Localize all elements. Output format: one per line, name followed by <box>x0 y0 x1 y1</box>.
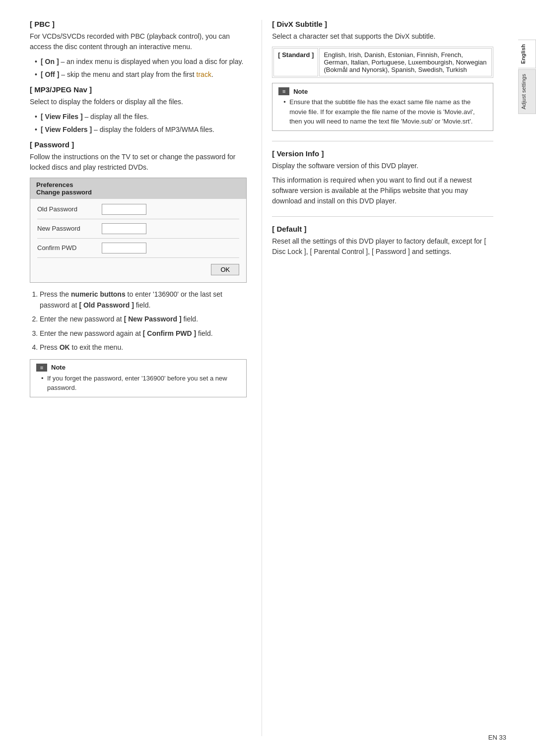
side-tab-english[interactable]: English <box>518 40 536 68</box>
confirm-pwd-input[interactable] <box>102 243 146 253</box>
ok-row: OK <box>37 262 239 277</box>
step-3: Enter the new password again at [ Confir… <box>40 328 247 339</box>
note-title: Note <box>51 364 66 371</box>
section-divx-subtitle: [ DivX Subtitle ] Select a character set… <box>272 20 493 131</box>
password-box-header: Preferences Change password <box>30 178 246 199</box>
divx-subtitle-title: [ DivX Subtitle ] <box>272 20 493 28</box>
bullet-item: [ View Files ] – display all the files. <box>35 111 247 122</box>
password-steps: Press the numeric buttons to enter '1369… <box>30 289 247 353</box>
divider-1 <box>272 141 493 141</box>
version-info-body2: This information is required when you wa… <box>272 175 493 206</box>
divx-note-header: ≡ Note <box>278 87 487 95</box>
confirm-pwd-label: Confirm PWD <box>37 244 102 252</box>
side-tab-adjust-settings[interactable]: Adjust settings <box>518 69 536 114</box>
pbc-bullets: [ On ] – an index menu is displayed when… <box>30 56 247 80</box>
main-content: [ PBC ] For VCDs/SVCDs recorded with PBC… <box>0 0 518 756</box>
note-bullet-item: If you forget the password, enter '13690… <box>41 374 240 393</box>
section-mp3-jpeg-nav: [ MP3/JPEG Nav ] Select to display the f… <box>30 85 247 135</box>
table-row: [ Standard ] English, Irish, Danish, Est… <box>273 48 492 76</box>
new-password-label: New Password <box>37 225 102 232</box>
right-column: [ DivX Subtitle ] Select a character set… <box>262 20 493 736</box>
mp3-jpeg-nav-body: Select to display the folders or display… <box>30 97 247 107</box>
standard-values: English, Irish, Danish, Estonian, Finnis… <box>319 48 492 76</box>
divx-subtitle-body: Select a character set that supports the… <box>272 31 493 42</box>
mp3-jpeg-nav-bullets: [ View Files ] – display all the files. … <box>30 111 247 135</box>
section-pbc: [ PBC ] For VCDs/SVCDs recorded with PBC… <box>30 20 247 80</box>
new-password-input[interactable] <box>102 223 146 234</box>
version-info-title: [ Version Info ] <box>272 149 493 158</box>
default-body: Reset all the settings of this DVD playe… <box>272 236 493 257</box>
section-default: [ Default ] Reset all the settings of th… <box>272 225 493 257</box>
old-password-label: Old Password <box>37 205 102 213</box>
divx-note-bullet-item: Ensure that the subtitle file has the ex… <box>283 97 487 126</box>
section-version-info: [ Version Info ] Display the software ve… <box>272 149 493 206</box>
note-icon: ≡ <box>36 364 47 372</box>
version-info-body1: Display the software version of this DVD… <box>272 161 493 171</box>
divx-note-bullets: Ensure that the subtitle file has the ex… <box>278 97 487 126</box>
divx-note-icon: ≡ <box>278 87 289 95</box>
divx-note-box: ≡ Note Ensure that the subtitle file has… <box>272 83 493 131</box>
divider-2 <box>272 216 493 217</box>
bullet-item: [ Off ] – skip the menu and start play f… <box>35 69 247 80</box>
side-tabs: English Adjust settings <box>518 40 536 114</box>
ok-button[interactable]: OK <box>211 264 239 275</box>
standard-table: [ Standard ] English, Irish, Danish, Est… <box>272 47 493 78</box>
password-note-box: ≡ Note If you forget the password, enter… <box>30 359 247 397</box>
password-title: [ Password ] <box>30 140 247 149</box>
mp3-jpeg-nav-title: [ MP3/JPEG Nav ] <box>30 85 247 94</box>
old-password-input[interactable] <box>102 204 146 215</box>
note-bullets: If you forget the password, enter '13690… <box>36 374 240 393</box>
confirm-pwd-row: Confirm PWD <box>37 243 239 258</box>
step-4: Press OK to exit the menu. <box>40 342 247 353</box>
standard-label: [ Standard ] <box>273 48 318 76</box>
pbc-title: [ PBC ] <box>30 20 247 28</box>
divx-note-title: Note <box>293 88 308 95</box>
old-password-row: Old Password <box>37 204 239 219</box>
step-2: Enter the new password at [ New Password… <box>40 314 247 324</box>
left-column: [ PBC ] For VCDs/SVCDs recorded with PBC… <box>30 20 262 736</box>
note-header: ≡ Note <box>36 364 240 372</box>
section-password: [ Password ] Follow the instructions on … <box>30 140 247 397</box>
pbc-body: For VCDs/SVCDs recorded with PBC (playba… <box>30 31 247 52</box>
page-footer: EN 33 <box>488 734 506 741</box>
bullet-item: [ View Folders ] – display the folders o… <box>35 124 247 135</box>
password-box: Preferences Change password Old Password… <box>30 178 247 283</box>
bullet-item: [ On ] – an index menu is displayed when… <box>35 56 247 67</box>
password-body: Follow the instructions on the TV to set… <box>30 152 247 173</box>
step-1: Press the numeric buttons to enter '1369… <box>40 289 247 311</box>
new-password-row: New Password <box>37 223 239 239</box>
password-box-body: Old Password New Password Confirm PWD <box>30 199 246 282</box>
default-title: [ Default ] <box>272 225 493 233</box>
